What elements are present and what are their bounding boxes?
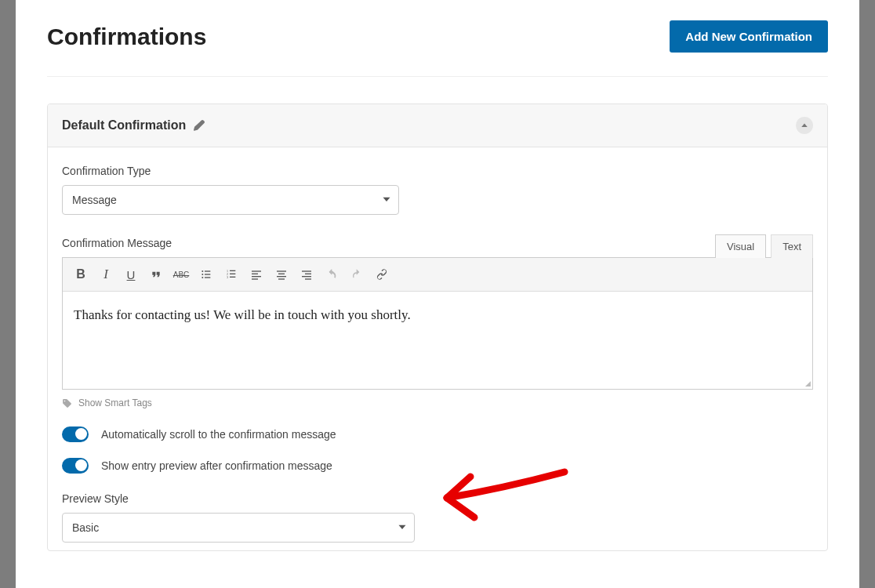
italic-button[interactable]: I xyxy=(94,263,118,286)
preview-style-label: Preview Style xyxy=(62,492,813,505)
underline-button[interactable]: U xyxy=(119,263,143,286)
bold-button[interactable]: B xyxy=(69,263,93,286)
svg-rect-18 xyxy=(277,276,286,277)
svg-rect-3 xyxy=(205,274,210,274)
rich-text-editor: B I U ABC 123 xyxy=(62,257,813,390)
svg-rect-9 xyxy=(230,274,235,274)
link-button[interactable] xyxy=(370,263,394,286)
show-entry-preview-label: Show entry preview after confirmation me… xyxy=(101,459,332,472)
align-right-button[interactable] xyxy=(295,263,318,286)
svg-rect-21 xyxy=(305,274,311,274)
show-smart-tags-link[interactable]: Show Smart Tags xyxy=(62,397,152,408)
svg-point-4 xyxy=(202,277,203,278)
svg-rect-20 xyxy=(302,270,311,271)
bulleted-list-button[interactable] xyxy=(194,263,218,286)
undo-button[interactable] xyxy=(320,263,343,286)
svg-rect-16 xyxy=(277,270,286,271)
align-left-button[interactable] xyxy=(245,263,268,286)
preview-style-select[interactable]: Basic xyxy=(62,513,415,543)
svg-rect-13 xyxy=(252,274,258,274)
numbered-list-button[interactable]: 123 xyxy=(220,263,243,286)
panel-title: Default Confirmation xyxy=(62,118,186,132)
svg-rect-5 xyxy=(205,277,210,278)
autoscroll-toggle[interactable] xyxy=(62,426,89,442)
svg-rect-14 xyxy=(252,276,261,277)
collapse-panel-button[interactable] xyxy=(796,117,813,134)
redo-button[interactable] xyxy=(345,263,369,286)
svg-rect-19 xyxy=(278,278,285,279)
editor-tab-visual[interactable]: Visual xyxy=(715,234,766,258)
chevron-up-icon xyxy=(801,122,808,129)
confirmation-type-label: Confirmation Type xyxy=(62,165,813,177)
svg-rect-17 xyxy=(278,274,285,274)
resize-handle-icon[interactable]: ◢ xyxy=(63,378,812,389)
page-header: Confirmations Add New Confirmation xyxy=(47,0,828,77)
confirmation-type-select[interactable]: Message xyxy=(62,185,399,215)
confirmation-panel: Default Confirmation Confirmation Type M… xyxy=(47,103,828,551)
blockquote-button[interactable] xyxy=(144,263,168,286)
tags-icon xyxy=(62,398,72,408)
svg-rect-23 xyxy=(305,278,311,279)
svg-rect-1 xyxy=(205,270,210,271)
panel-header: Default Confirmation xyxy=(48,104,827,147)
page-title: Confirmations xyxy=(47,24,206,50)
add-new-confirmation-button[interactable]: Add New Confirmation xyxy=(670,20,828,53)
svg-rect-7 xyxy=(230,270,235,271)
show-entry-preview-toggle[interactable] xyxy=(62,458,89,474)
confirmation-message-label: Confirmation Message xyxy=(62,237,172,249)
svg-point-0 xyxy=(202,270,203,272)
editor-content[interactable]: Thanks for contacting us! We will be in … xyxy=(63,292,812,378)
editor-tab-text[interactable]: Text xyxy=(771,234,813,258)
svg-point-2 xyxy=(202,274,203,275)
edit-name-icon[interactable] xyxy=(194,120,205,131)
svg-rect-12 xyxy=(252,270,261,271)
align-center-button[interactable] xyxy=(270,263,293,286)
svg-text:3: 3 xyxy=(227,275,228,279)
smart-tags-label: Show Smart Tags xyxy=(78,397,152,408)
editor-toolbar: B I U ABC 123 xyxy=(63,258,812,292)
message-text: Thanks for contacting us! We will be in … xyxy=(74,307,801,323)
svg-rect-11 xyxy=(230,277,235,278)
strikethrough-button[interactable]: ABC xyxy=(169,263,193,286)
svg-rect-22 xyxy=(302,276,311,277)
autoscroll-label: Automatically scroll to the confirmation… xyxy=(101,428,336,441)
svg-rect-15 xyxy=(252,278,258,279)
